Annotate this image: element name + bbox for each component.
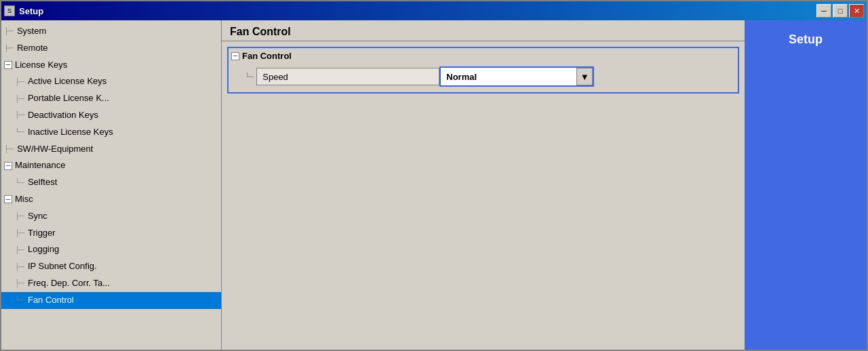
sidebar-item-fan-control[interactable]: └─ Fan Control (1, 292, 221, 309)
speed-value: Normal (441, 70, 576, 84)
sidebar-item-label-fan-control: Fan Control (28, 293, 74, 308)
setup-button[interactable]: Setup (745, 26, 867, 54)
sidebar-item-label-trigger: Trigger (28, 226, 56, 241)
sidebar-item-label-selftest: Selftest (28, 176, 57, 190)
sidebar-item-label-misc: Misc (15, 192, 33, 207)
main-header: Fan Control (222, 20, 745, 41)
main-window: S Setup ─ □ ✕ ├─ System├─ Remote─License… (0, 0, 868, 351)
sidebar-item-label-swhw-equipment: SW/HW-Equipment (17, 142, 93, 157)
sidebar-item-label-maintenance: Maintenance (15, 159, 65, 173)
tree-line-swhw-equipment: ├─ (4, 144, 16, 154)
sidebar-item-remote[interactable]: ├─ Remote (1, 40, 221, 57)
close-button[interactable]: ✕ (849, 4, 864, 18)
fan-control-header: ─ Fan Control (231, 51, 735, 61)
title-bar: S Setup ─ □ ✕ (1, 1, 867, 20)
tree-line-system: ├─ (4, 26, 16, 37)
sidebar: ├─ System├─ Remote─License Keys├─ Active… (1, 20, 222, 350)
main-content: Fan Control ─ Fan Control └─ Speed Norma… (222, 20, 745, 350)
tree-line-logging: ├─ (15, 245, 26, 255)
sidebar-item-deactivation-keys[interactable]: ├─ Deactivation Keys (1, 107, 221, 124)
sidebar-item-label-remote: Remote (17, 41, 48, 56)
sidebar-item-label-inactive-license-keys: Inactive License Keys (28, 125, 113, 140)
speed-label: Speed (256, 68, 439, 85)
sidebar-item-maintenance[interactable]: ─Maintenance (1, 157, 221, 174)
minimize-button[interactable]: ─ (816, 4, 831, 18)
tree-line-freq-dep: ├─ (15, 278, 26, 289)
sidebar-item-swhw-equipment[interactable]: ├─ SW/HW-Equipment (1, 141, 221, 158)
sidebar-item-label-active-license-keys: Active License Keys (28, 75, 106, 89)
sidebar-item-label-freq-dep: Freq. Dep. Corr. Ta... (28, 276, 110, 291)
sidebar-item-label-ip-subnet: IP Subnet Config. (28, 260, 97, 274)
sidebar-item-label-license-keys: License Keys (15, 58, 67, 73)
sidebar-item-label-deactivation-keys: Deactivation Keys (28, 108, 98, 123)
tree-line-active-license-keys: ├─ (15, 77, 26, 87)
tree-line-ip-subnet: ├─ (15, 262, 26, 272)
tree-line-trigger: ├─ (15, 228, 26, 239)
content-area: ├─ System├─ Remote─License Keys├─ Active… (1, 20, 867, 350)
sidebar-item-active-license-keys[interactable]: ├─ Active License Keys (1, 73, 221, 90)
expand-icon-license-keys[interactable]: ─ (4, 61, 12, 69)
tree-line-fan-control: └─ (15, 295, 26, 306)
dropdown-arrow-icon[interactable]: ▼ (576, 68, 593, 85)
sidebar-item-label-sync: Sync (28, 209, 47, 224)
sidebar-item-inactive-license-keys[interactable]: └─ Inactive License Keys (1, 124, 221, 141)
fan-control-box: ─ Fan Control └─ Speed Normal ▼ (227, 47, 739, 94)
sidebar-item-portable-license[interactable]: ├─ Portable License K... (1, 90, 221, 107)
speed-dropdown[interactable]: Normal ▼ (439, 66, 594, 87)
speed-property-row: └─ Speed Normal ▼ (231, 66, 735, 87)
tree-line-remote: ├─ (4, 43, 16, 54)
window-icon: S (4, 5, 15, 16)
window-title: Setup (19, 6, 43, 16)
sidebar-item-label-portable-license: Portable License K... (28, 91, 109, 106)
tree-connector: └─ (245, 73, 254, 81)
sidebar-item-label-system: System (17, 24, 46, 39)
sidebar-item-license-keys[interactable]: ─License Keys (1, 57, 221, 74)
sidebar-item-logging[interactable]: ├─ Logging (1, 241, 221, 258)
speed-value-cell: Normal ▼ (439, 66, 594, 87)
sidebar-item-system[interactable]: ├─ System (1, 23, 221, 40)
tree-line-selftest: └─ (15, 178, 26, 188)
maximize-button[interactable]: □ (833, 4, 848, 18)
sidebar-item-freq-dep[interactable]: ├─ Freq. Dep. Corr. Ta... (1, 275, 221, 292)
main-body: ─ Fan Control └─ Speed Normal ▼ (222, 41, 745, 350)
fan-control-expand-icon[interactable]: ─ (231, 52, 239, 60)
sidebar-item-sync[interactable]: ├─ Sync (1, 208, 221, 225)
sidebar-item-ip-subnet[interactable]: ├─ IP Subnet Config. (1, 258, 221, 275)
sidebar-item-trigger[interactable]: ├─ Trigger (1, 225, 221, 242)
tree-line-sync: ├─ (15, 211, 26, 222)
expand-icon-maintenance[interactable]: ─ (4, 162, 12, 170)
title-buttons: ─ □ ✕ (816, 4, 864, 18)
sidebar-item-label-logging: Logging (28, 243, 59, 257)
expand-icon-misc[interactable]: ─ (4, 195, 12, 203)
tree-line-portable-license: ├─ (15, 94, 26, 104)
sidebar-item-selftest[interactable]: └─ Selftest (1, 174, 221, 191)
tree-line-deactivation-keys: ├─ (15, 110, 26, 121)
fan-control-title: Fan Control (242, 51, 292, 61)
tree-line-inactive-license-keys: └─ (15, 127, 26, 138)
sidebar-item-misc[interactable]: ─Misc (1, 191, 221, 208)
setup-panel: Setup (745, 20, 867, 350)
